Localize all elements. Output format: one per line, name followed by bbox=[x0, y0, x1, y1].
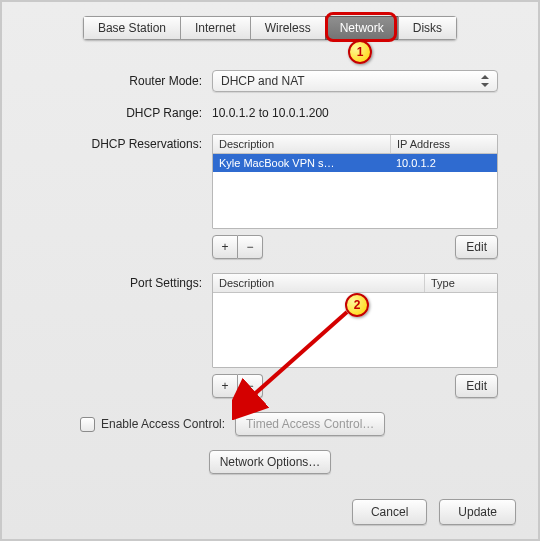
dhcp-range-value: 10.0.1.2 to 10.0.1.200 bbox=[212, 106, 329, 120]
dhcp-row-selected[interactable]: Kyle MacBook VPN s… 10.0.1.2 bbox=[213, 154, 497, 172]
port-col-type[interactable]: Type bbox=[425, 274, 497, 292]
enable-access-control-checkbox[interactable] bbox=[80, 417, 95, 432]
router-mode-label: Router Mode: bbox=[42, 74, 212, 88]
tab-disks[interactable]: Disks bbox=[398, 16, 457, 40]
timed-access-control-button[interactable]: Timed Access Control… bbox=[235, 412, 385, 436]
update-button[interactable]: Update bbox=[439, 499, 516, 525]
dhcp-remove-button[interactable]: − bbox=[238, 235, 263, 259]
enable-access-control-label: Enable Access Control: bbox=[101, 417, 225, 431]
annotation-badge-2: 2 bbox=[345, 293, 369, 317]
port-settings-table[interactable]: Description Type bbox=[212, 273, 498, 368]
dhcp-range-label: DHCP Range: bbox=[42, 106, 212, 120]
tab-base-station[interactable]: Base Station bbox=[83, 16, 180, 40]
port-settings-label: Port Settings: bbox=[42, 273, 212, 290]
dhcp-cell-desc: Kyle MacBook VPN s… bbox=[213, 154, 390, 172]
port-remove-button[interactable]: − bbox=[238, 374, 263, 398]
tab-wireless[interactable]: Wireless bbox=[250, 16, 325, 40]
dhcp-edit-button[interactable]: Edit bbox=[455, 235, 498, 259]
router-mode-select[interactable]: DHCP and NAT bbox=[212, 70, 498, 92]
dhcp-col-description[interactable]: Description bbox=[213, 135, 391, 153]
tab-network[interactable]: Network bbox=[325, 16, 398, 40]
port-col-description[interactable]: Description bbox=[213, 274, 425, 292]
tab-internet[interactable]: Internet bbox=[180, 16, 250, 40]
dhcp-reservations-table[interactable]: Description IP Address Kyle MacBook VPN … bbox=[212, 134, 498, 229]
port-add-button[interactable]: + bbox=[212, 374, 238, 398]
annotation-badge-1: 1 bbox=[348, 40, 372, 64]
dhcp-add-button[interactable]: + bbox=[212, 235, 238, 259]
router-mode-value: DHCP and NAT bbox=[221, 74, 305, 88]
cancel-button[interactable]: Cancel bbox=[352, 499, 427, 525]
tab-bar: Base Station Internet Wireless Network D… bbox=[83, 16, 457, 40]
dhcp-col-ip[interactable]: IP Address bbox=[391, 135, 497, 153]
dhcp-cell-ip: 10.0.1.2 bbox=[390, 154, 497, 172]
dhcp-reservations-label: DHCP Reservations: bbox=[42, 134, 212, 151]
port-edit-button[interactable]: Edit bbox=[455, 374, 498, 398]
network-options-button[interactable]: Network Options… bbox=[209, 450, 332, 474]
